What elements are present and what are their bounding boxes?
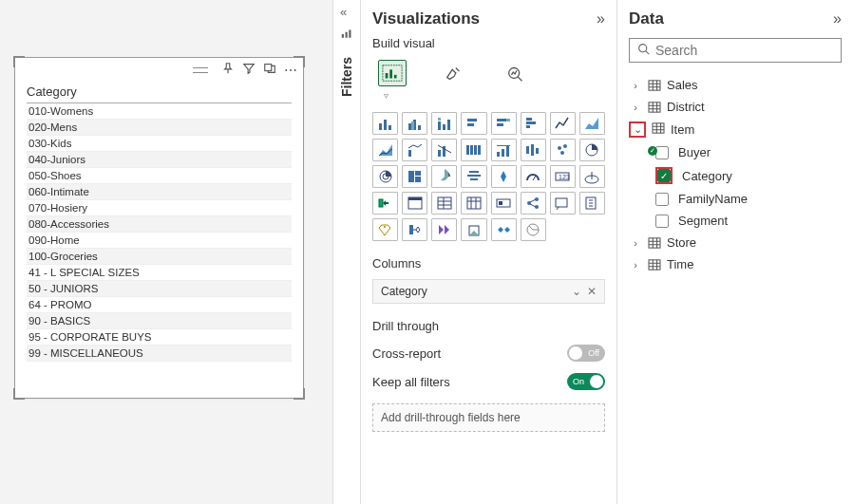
more-options-icon[interactable]: ⋯ [284,63,297,78]
viz-type-treemap[interactable] [402,165,427,188]
field-checkbox[interactable] [655,146,669,159]
viz-type-map[interactable] [491,165,517,188]
viz-type-100-bar-h[interactable] [521,112,546,135]
field-chip-category[interactable]: Category [381,285,427,298]
viz-type-line-column-2[interactable] [431,139,457,161]
viz-type-stacked-bar[interactable] [372,112,398,135]
filter-icon[interactable] [242,62,256,78]
viz-type-clustered-bar[interactable] [402,112,427,135]
selection-handle-tl[interactable] [13,56,25,67]
viz-type-pie-slice[interactable] [431,165,457,188]
chevron-icon[interactable]: › [629,80,642,91]
viz-type-gauge[interactable] [521,165,546,188]
field-segment[interactable]: Segment [629,212,842,230]
chevron-icon[interactable]: ⌄ [631,123,644,136]
table-row[interactable]: 030-Kids [27,136,292,152]
filters-pane-collapsed[interactable]: « Filters [332,0,361,504]
search-input[interactable] [655,43,833,58]
chevron-icon[interactable]: › [629,259,642,271]
collapse-viz-icon[interactable]: » [597,10,605,28]
keep-filters-toggle[interactable]: On [567,373,605,390]
table-row[interactable]: 080-Accessories [27,216,292,233]
cross-report-toggle[interactable]: Off [567,345,605,362]
table-row[interactable]: 41 - L SPECIAL SIZES [27,265,292,281]
table-row[interactable]: 95 - CORPORATE BUYS [27,329,292,345]
search-box[interactable] [629,38,842,63]
viz-type-power-automate[interactable] [491,218,517,241]
viz-type-line[interactable] [550,112,576,135]
table-row[interactable]: 020-Mens [27,120,292,136]
viz-type-line-column[interactable] [402,139,427,161]
tab-build-visual[interactable] [378,60,407,86]
viz-type-ribbon[interactable] [461,139,486,161]
viz-type-more[interactable] [521,218,546,241]
table-node-sales[interactable]: ›Sales [629,76,842,94]
viz-type-kpi[interactable] [579,165,605,188]
tab-format-visual[interactable] [440,60,468,86]
drill-through-dropzone[interactable]: Add drill-through fields here [372,403,605,432]
viz-type-power-apps[interactable] [431,218,457,241]
svg-rect-17 [438,118,441,121]
table-node-time[interactable]: ›Time [629,255,842,273]
remove-field-icon[interactable]: ✕ [587,285,597,298]
viz-type-stacked-bar-h[interactable] [491,112,517,135]
viz-type-python[interactable] [461,218,486,241]
table-row[interactable]: 64 - PROMO [27,297,292,313]
columns-field-well[interactable]: Category ⌄ ✕ [372,279,605,304]
table-row[interactable]: 090-Home [27,233,292,249]
field-label: Category [682,169,732,183]
viz-type-slicer[interactable] [402,192,427,215]
viz-type-funnel-bar[interactable] [521,139,546,161]
viz-type-paginated[interactable] [579,192,605,215]
viz-type-smart-narrative[interactable] [402,218,427,241]
tab-analytics[interactable] [502,60,530,86]
collapse-icon[interactable]: « [340,5,347,19]
viz-type-donut[interactable] [372,165,398,188]
viz-type-waterfall[interactable] [491,139,517,161]
focus-mode-icon[interactable] [263,62,276,78]
viz-type-r-visual[interactable] [491,192,517,215]
table-row[interactable]: 90 - BASICS [27,313,292,329]
pin-icon[interactable] [221,62,235,78]
viz-type-decomposition[interactable] [521,192,546,215]
chevron-icon[interactable]: › [629,102,642,113]
viz-type-key-influencers[interactable] [372,218,398,241]
table-node-item[interactable]: ⌄✓Item [629,120,842,140]
viz-type-table[interactable] [431,192,457,215]
viz-type-bar-h[interactable] [461,112,486,135]
selection-handle-bl[interactable] [13,388,25,400]
table-row[interactable]: 010-Womens [27,103,292,120]
viz-type-area[interactable] [579,112,605,135]
selection-handle-br[interactable] [294,388,305,400]
chevron-icon[interactable]: › [629,237,642,249]
table-visual[interactable]: ⋯ Category 010-Womens020-Mens030-Kids040… [14,57,304,399]
chevron-down-icon[interactable]: ⌄ [572,285,581,298]
table-row[interactable]: 050-Shoes [27,168,292,184]
table-row[interactable]: 060-Intimate [27,184,292,200]
field-checkbox[interactable]: ✓ [657,169,671,182]
viz-type-funnel[interactable] [461,165,486,188]
drag-handle-icon[interactable] [193,67,208,73]
viz-type-multi-row[interactable] [372,192,398,215]
table-column-header[interactable]: Category [27,82,292,103]
table-node-store[interactable]: ›Store [629,233,842,252]
field-category[interactable]: ✓Category [629,165,842,186]
table-row[interactable]: 100-Groceries [27,249,292,265]
viz-type-matrix[interactable] [461,192,486,215]
viz-type-pie[interactable] [579,139,605,161]
table-row[interactable]: 040-Juniors [27,152,292,168]
field-buyer[interactable]: Buyer [629,143,842,161]
viz-type-scatter[interactable] [550,139,576,161]
viz-type-q-and-a[interactable] [550,192,576,215]
viz-type-stacked-area[interactable] [372,139,398,161]
table-row[interactable]: 99 - MISCELLANEOUS [27,345,292,362]
field-familyname[interactable]: FamilyName [629,190,842,208]
table-row[interactable]: 070-Hosiery [27,200,292,216]
field-checkbox[interactable] [655,193,669,206]
viz-type-100-stacked-bar[interactable] [431,112,457,135]
field-checkbox[interactable] [655,215,669,228]
table-node-district[interactable]: ›District [629,98,842,116]
viz-type-card[interactable]: 123 [550,165,576,188]
collapse-data-icon[interactable]: » [833,10,842,28]
table-row[interactable]: 50 - JUNIORS [27,281,292,297]
